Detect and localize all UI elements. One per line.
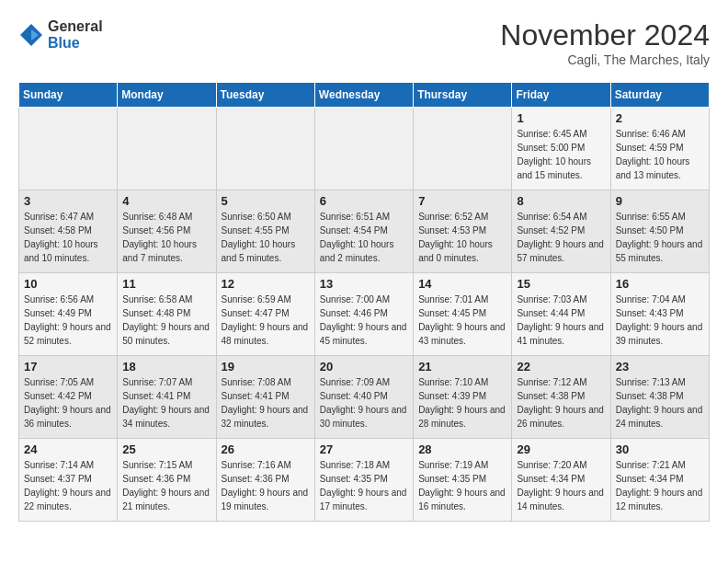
day-number: 5: [222, 194, 310, 208]
calendar-week-4: 17Sunrise: 7:05 AM Sunset: 4:42 PM Dayli…: [19, 356, 710, 439]
logo-general: General: [48, 18, 103, 35]
calendar-cell: 8Sunrise: 6:54 AM Sunset: 4:52 PM Daylig…: [512, 190, 610, 273]
day-number: 7: [418, 194, 506, 208]
calendar-cell: 13Sunrise: 7:00 AM Sunset: 4:46 PM Dayli…: [314, 273, 413, 356]
calendar-header-friday: Friday: [512, 83, 610, 108]
day-info: Sunrise: 7:05 AM Sunset: 4:42 PM Dayligh…: [24, 375, 112, 431]
day-number: 1: [517, 111, 605, 125]
calendar-cell: 26Sunrise: 7:16 AM Sunset: 4:36 PM Dayli…: [216, 439, 314, 522]
day-info: Sunrise: 6:52 AM Sunset: 4:53 PM Dayligh…: [418, 210, 506, 265]
day-info: Sunrise: 6:54 AM Sunset: 4:52 PM Dayligh…: [517, 210, 605, 265]
day-info: Sunrise: 6:51 AM Sunset: 4:54 PM Dayligh…: [320, 210, 408, 265]
day-info: Sunrise: 7:16 AM Sunset: 4:36 PM Dayligh…: [222, 458, 310, 513]
calendar-header-sunday: Sunday: [19, 83, 118, 108]
calendar-cell: 10Sunrise: 6:56 AM Sunset: 4:49 PM Dayli…: [19, 273, 118, 356]
calendar-header-row: SundayMondayTuesdayWednesdayThursdayFrid…: [19, 83, 710, 108]
calendar-cell: 11Sunrise: 6:58 AM Sunset: 4:48 PM Dayli…: [118, 273, 216, 356]
day-info: Sunrise: 7:08 AM Sunset: 4:41 PM Dayligh…: [222, 375, 310, 431]
calendar-cell: [216, 108, 314, 190]
calendar-table: SundayMondayTuesdayWednesdayThursdayFrid…: [18, 82, 710, 522]
calendar-cell: 1Sunrise: 6:45 AM Sunset: 5:00 PM Daylig…: [512, 108, 610, 190]
day-number: 16: [616, 277, 704, 291]
calendar-week-2: 3Sunrise: 6:47 AM Sunset: 4:58 PM Daylig…: [19, 190, 710, 273]
day-info: Sunrise: 7:00 AM Sunset: 4:46 PM Dayligh…: [320, 293, 408, 348]
day-info: Sunrise: 7:09 AM Sunset: 4:40 PM Dayligh…: [320, 375, 408, 431]
calendar-cell: 9Sunrise: 6:55 AM Sunset: 4:50 PM Daylig…: [610, 190, 709, 273]
day-info: Sunrise: 6:45 AM Sunset: 5:00 PM Dayligh…: [517, 127, 605, 182]
calendar-cell: 17Sunrise: 7:05 AM Sunset: 4:42 PM Dayli…: [19, 356, 118, 439]
calendar-cell: 4Sunrise: 6:48 AM Sunset: 4:56 PM Daylig…: [118, 190, 216, 273]
calendar-cell: 21Sunrise: 7:10 AM Sunset: 4:39 PM Dayli…: [414, 356, 512, 439]
title-area: November 2024 Cagli, The Marches, Italy: [500, 18, 710, 67]
day-info: Sunrise: 7:15 AM Sunset: 4:36 PM Dayligh…: [122, 458, 210, 513]
calendar-cell: 15Sunrise: 7:03 AM Sunset: 4:44 PM Dayli…: [512, 273, 610, 356]
day-info: Sunrise: 7:10 AM Sunset: 4:39 PM Dayligh…: [418, 375, 506, 431]
day-number: 11: [122, 277, 210, 291]
day-number: 20: [320, 360, 408, 373]
day-number: 21: [418, 360, 506, 373]
calendar-header-monday: Monday: [118, 83, 216, 108]
calendar-cell: 7Sunrise: 6:52 AM Sunset: 4:53 PM Daylig…: [414, 190, 512, 273]
calendar-cell: [19, 108, 118, 190]
calendar-cell: 22Sunrise: 7:12 AM Sunset: 4:38 PM Dayli…: [512, 356, 610, 439]
calendar-cell: 25Sunrise: 7:15 AM Sunset: 4:36 PM Dayli…: [118, 439, 216, 522]
location-subtitle: Cagli, The Marches, Italy: [500, 52, 710, 67]
day-number: 13: [320, 277, 408, 291]
calendar-cell: 28Sunrise: 7:19 AM Sunset: 4:35 PM Dayli…: [414, 439, 512, 522]
day-number: 8: [517, 194, 605, 208]
calendar-cell: 19Sunrise: 7:08 AM Sunset: 4:41 PM Dayli…: [216, 356, 314, 439]
day-info: Sunrise: 7:03 AM Sunset: 4:44 PM Dayligh…: [517, 293, 605, 348]
day-number: 22: [517, 360, 605, 373]
day-number: 10: [24, 277, 112, 291]
day-info: Sunrise: 6:56 AM Sunset: 4:49 PM Dayligh…: [24, 293, 112, 348]
calendar-cell: 29Sunrise: 7:20 AM Sunset: 4:34 PM Dayli…: [512, 439, 610, 522]
day-info: Sunrise: 7:13 AM Sunset: 4:38 PM Dayligh…: [616, 375, 704, 431]
day-number: 14: [418, 277, 506, 291]
day-number: 18: [122, 360, 210, 373]
day-number: 6: [320, 194, 408, 208]
logo-icon: [18, 22, 44, 48]
month-title: November 2024: [500, 18, 710, 52]
day-number: 3: [24, 194, 112, 208]
day-info: Sunrise: 6:50 AM Sunset: 4:55 PM Dayligh…: [222, 210, 310, 265]
calendar-cell: 2Sunrise: 6:46 AM Sunset: 4:59 PM Daylig…: [610, 108, 709, 190]
calendar-cell: 16Sunrise: 7:04 AM Sunset: 4:43 PM Dayli…: [610, 273, 709, 356]
day-info: Sunrise: 6:59 AM Sunset: 4:47 PM Dayligh…: [222, 293, 310, 348]
day-number: 26: [222, 442, 310, 456]
calendar-week-1: 1Sunrise: 6:45 AM Sunset: 5:00 PM Daylig…: [19, 108, 710, 190]
day-number: 24: [24, 442, 112, 456]
calendar-week-5: 24Sunrise: 7:14 AM Sunset: 4:37 PM Dayli…: [19, 439, 710, 522]
calendar-cell: 27Sunrise: 7:18 AM Sunset: 4:35 PM Dayli…: [314, 439, 413, 522]
day-number: 23: [616, 360, 704, 373]
day-number: 29: [517, 442, 605, 456]
day-info: Sunrise: 6:55 AM Sunset: 4:50 PM Dayligh…: [616, 210, 704, 265]
day-number: 27: [320, 442, 408, 456]
day-info: Sunrise: 6:46 AM Sunset: 4:59 PM Dayligh…: [616, 127, 704, 182]
day-info: Sunrise: 6:48 AM Sunset: 4:56 PM Dayligh…: [122, 210, 210, 265]
day-info: Sunrise: 7:12 AM Sunset: 4:38 PM Dayligh…: [517, 375, 605, 431]
day-info: Sunrise: 7:21 AM Sunset: 4:34 PM Dayligh…: [616, 458, 704, 513]
calendar-body: 1Sunrise: 6:45 AM Sunset: 5:00 PM Daylig…: [19, 108, 710, 522]
day-info: Sunrise: 7:20 AM Sunset: 4:34 PM Dayligh…: [517, 458, 605, 513]
day-number: 17: [24, 360, 112, 373]
calendar-cell: 14Sunrise: 7:01 AM Sunset: 4:45 PM Dayli…: [414, 273, 512, 356]
day-info: Sunrise: 6:47 AM Sunset: 4:58 PM Dayligh…: [24, 210, 112, 265]
day-info: Sunrise: 7:18 AM Sunset: 4:35 PM Dayligh…: [320, 458, 408, 513]
day-number: 2: [616, 111, 704, 125]
calendar-cell: 5Sunrise: 6:50 AM Sunset: 4:55 PM Daylig…: [216, 190, 314, 273]
calendar-header-tuesday: Tuesday: [216, 83, 314, 108]
day-info: Sunrise: 7:07 AM Sunset: 4:41 PM Dayligh…: [122, 375, 210, 431]
logo-blue: Blue: [48, 35, 103, 52]
day-info: Sunrise: 7:19 AM Sunset: 4:35 PM Dayligh…: [418, 458, 506, 513]
calendar-cell: 24Sunrise: 7:14 AM Sunset: 4:37 PM Dayli…: [19, 439, 118, 522]
calendar-cell: 23Sunrise: 7:13 AM Sunset: 4:38 PM Dayli…: [610, 356, 709, 439]
calendar-cell: [314, 108, 413, 190]
calendar-cell: [414, 108, 512, 190]
day-number: 28: [418, 442, 506, 456]
calendar-cell: 6Sunrise: 6:51 AM Sunset: 4:54 PM Daylig…: [314, 190, 413, 273]
calendar-header-saturday: Saturday: [610, 83, 709, 108]
calendar-cell: 30Sunrise: 7:21 AM Sunset: 4:34 PM Dayli…: [610, 439, 709, 522]
day-number: 4: [122, 194, 210, 208]
calendar-header-wednesday: Wednesday: [314, 83, 413, 108]
calendar-week-3: 10Sunrise: 6:56 AM Sunset: 4:49 PM Dayli…: [19, 273, 710, 356]
